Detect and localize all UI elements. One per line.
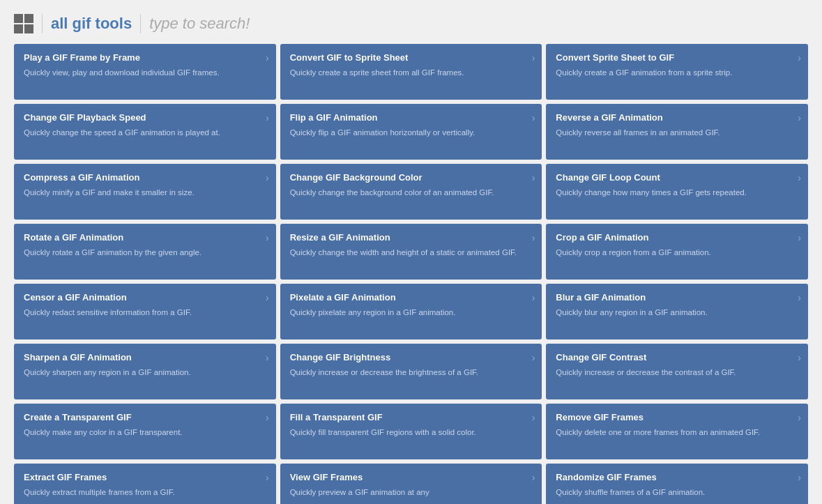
tool-card[interactable]: ›Rotate a GIF AnimationQuickly rotate a … — [14, 224, 276, 280]
card-description: Quickly extract multiple frames from a G… — [24, 487, 266, 498]
card-description: Quickly reverse all frames in an animate… — [556, 127, 798, 138]
card-arrow-icon: › — [798, 172, 801, 183]
card-description: Quickly crop a region from a GIF animati… — [556, 247, 798, 258]
search-divider — [140, 14, 141, 33]
card-description: Quickly increase or decrease the contras… — [556, 367, 798, 378]
card-description: Quickly pixelate any region in a GIF ani… — [290, 307, 533, 318]
card-description: Quickly change how many times a GIF gets… — [556, 187, 798, 198]
card-description: Quickly preview a GIF animation at any — [290, 487, 533, 498]
logo-icon — [14, 14, 33, 33]
card-title: Sharpen a GIF Animation — [24, 352, 266, 362]
tool-card[interactable]: ›Create a Transparent GIFQuickly make an… — [14, 404, 276, 459]
tool-card[interactable]: ›View GIF FramesQuickly preview a GIF an… — [280, 464, 542, 504]
card-title: View GIF Frames — [290, 472, 533, 482]
tools-grid: ›Play a GIF Frame by FrameQuickly view, … — [14, 44, 808, 504]
card-description: Quickly increase or decrease the brightn… — [290, 367, 533, 378]
card-title: Compress a GIF Animation — [24, 172, 266, 183]
tool-card[interactable]: ›Extract GIF FramesQuickly extract multi… — [14, 464, 276, 504]
card-description: Quickly change the width and height of a… — [290, 247, 533, 258]
card-description: Quickly blur any region in a GIF animati… — [556, 307, 798, 318]
card-arrow-icon: › — [798, 352, 801, 363]
tool-card[interactable]: ›Censor a GIF AnimationQuickly redact se… — [14, 284, 276, 339]
tool-card[interactable]: ›Compress a GIF AnimationQuickly minify … — [14, 164, 276, 220]
tool-card[interactable]: ›Fill a Transparent GIFQuickly fill tran… — [280, 404, 542, 459]
card-arrow-icon: › — [532, 172, 535, 183]
tool-card[interactable]: ›Change GIF BrightnessQuickly increase o… — [280, 344, 542, 399]
tool-card[interactable]: ›Flip a GIF AnimationQuickly flip a GIF … — [280, 104, 542, 160]
card-arrow-icon: › — [798, 472, 801, 483]
card-title: Change GIF Contrast — [556, 352, 798, 362]
tool-card[interactable]: ›Change GIF Background ColorQuickly chan… — [280, 164, 542, 220]
card-arrow-icon: › — [532, 292, 535, 303]
tool-card[interactable]: ›Change GIF Playback SpeedQuickly change… — [14, 104, 276, 160]
card-description: Quickly create a sprite sheet from all G… — [290, 67, 533, 78]
tool-card[interactable]: ›Sharpen a GIF AnimationQuickly sharpen … — [14, 344, 276, 399]
card-description: Quickly change the background color of a… — [290, 187, 533, 198]
card-title: Convert GIF to Sprite Sheet — [290, 52, 533, 63]
card-title: Change GIF Background Color — [290, 172, 533, 183]
card-description: Quickly delete one or more frames from a… — [556, 427, 798, 438]
card-arrow-icon: › — [532, 52, 535, 63]
card-title: Censor a GIF Animation — [24, 292, 266, 303]
card-description: Quickly sharpen any region in a GIF anim… — [24, 367, 266, 378]
card-description: Quickly rotate a GIF animation by the gi… — [24, 247, 266, 258]
card-description: Quickly minify a GIF and make it smaller… — [24, 187, 266, 198]
card-arrow-icon: › — [532, 352, 535, 363]
tool-card[interactable]: ›Change GIF Loop CountQuickly change how… — [546, 164, 808, 220]
card-description: Quickly view, play and download individu… — [24, 67, 266, 78]
card-title: Fill a Transparent GIF — [290, 412, 533, 422]
card-description: Quickly change the speed a GIF animation… — [24, 127, 266, 138]
card-arrow-icon: › — [532, 232, 535, 243]
card-title: Blur a GIF Animation — [556, 292, 798, 303]
tool-card[interactable]: ›Blur a GIF AnimationQuickly blur any re… — [546, 284, 808, 339]
tool-card[interactable]: ›Change GIF ContrastQuickly increase or … — [546, 344, 808, 399]
card-arrow-icon: › — [266, 172, 269, 183]
card-title: Change GIF Loop Count — [556, 172, 798, 183]
card-arrow-icon: › — [266, 112, 269, 123]
card-arrow-icon: › — [266, 292, 269, 303]
card-arrow-icon: › — [266, 472, 269, 483]
card-title: Extract GIF Frames — [24, 472, 266, 482]
header-title: all gif tools — [51, 15, 132, 33]
tool-card[interactable]: ›Crop a GIF AnimationQuickly crop a regi… — [546, 224, 808, 280]
tool-card[interactable]: ›Randomize GIF FramesQuickly shuffle fra… — [546, 464, 808, 504]
card-description: Quickly redact sensitive information fro… — [24, 307, 266, 318]
card-title: Create a Transparent GIF — [24, 412, 266, 422]
card-title: Resize a GIF Animation — [290, 232, 533, 243]
card-title: Crop a GIF Animation — [556, 232, 798, 243]
card-title: Change GIF Playback Speed — [24, 112, 266, 123]
card-title: Convert Sprite Sheet to GIF — [556, 52, 798, 63]
card-title: Randomize GIF Frames — [556, 472, 798, 482]
card-arrow-icon: › — [798, 112, 801, 123]
card-description: Quickly fill transparent GIF regions wit… — [290, 427, 533, 438]
card-arrow-icon: › — [266, 352, 269, 363]
card-arrow-icon: › — [266, 52, 269, 63]
card-arrow-icon: › — [798, 292, 801, 303]
card-arrow-icon: › — [532, 412, 535, 423]
card-arrow-icon: › — [532, 472, 535, 483]
card-title: Flip a GIF Animation — [290, 112, 533, 123]
card-arrow-icon: › — [266, 232, 269, 243]
card-description: Quickly shuffle frames of a GIF animatio… — [556, 487, 798, 498]
card-title: Rotate a GIF Animation — [24, 232, 266, 243]
card-title: Play a GIF Frame by Frame — [24, 52, 266, 63]
card-arrow-icon: › — [266, 412, 269, 423]
card-description: Quickly make any color in a GIF transpar… — [24, 427, 266, 438]
tool-card[interactable]: ›Pixelate a GIF AnimationQuickly pixelat… — [280, 284, 542, 339]
card-title: Pixelate a GIF Animation — [290, 292, 533, 303]
card-arrow-icon: › — [532, 112, 535, 123]
tool-card[interactable]: ›Play a GIF Frame by FrameQuickly view, … — [14, 44, 276, 100]
card-description: Quickly create a GIF animation from a sp… — [556, 67, 798, 78]
tool-card[interactable]: ›Convert Sprite Sheet to GIFQuickly crea… — [546, 44, 808, 100]
card-title: Change GIF Brightness — [290, 352, 533, 362]
tool-card[interactable]: ›Reverse a GIF AnimationQuickly reverse … — [546, 104, 808, 160]
search-hint[interactable]: type to search! — [149, 15, 250, 33]
card-arrow-icon: › — [798, 412, 801, 423]
tool-card[interactable]: ›Convert GIF to Sprite SheetQuickly crea… — [280, 44, 542, 100]
page-header: all gif tools type to search! — [14, 7, 808, 44]
tool-card[interactable]: ›Remove GIF FramesQuickly delete one or … — [546, 404, 808, 459]
card-description: Quickly flip a GIF animation horizontall… — [290, 127, 533, 138]
card-arrow-icon: › — [798, 52, 801, 63]
tool-card[interactable]: ›Resize a GIF AnimationQuickly change th… — [280, 224, 542, 280]
header-divider — [42, 14, 43, 33]
